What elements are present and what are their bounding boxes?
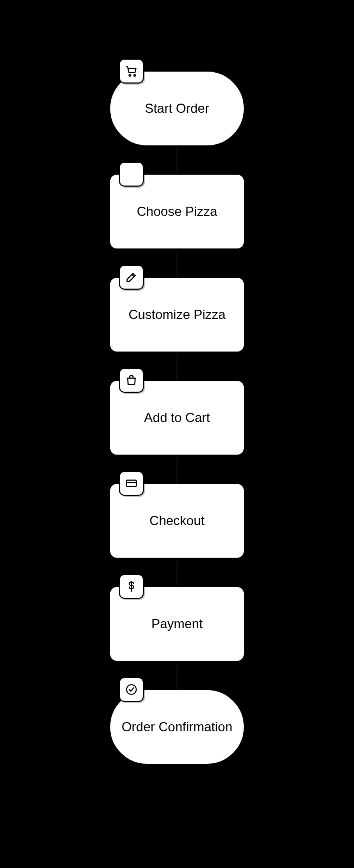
edit-icon (119, 265, 144, 290)
cart-icon (119, 59, 144, 84)
node-order-confirmation: Order Confirmation (109, 689, 245, 765)
node-choose-pizza: Choose Pizza (109, 174, 245, 250)
node-label: Start Order (145, 100, 210, 117)
flowchart-canvas: Start Order Choose Pizza Customize Pizza… (0, 0, 354, 868)
node-label: Payment (151, 616, 203, 632)
node-checkout: Checkout (109, 483, 245, 559)
node-label: Add to Cart (144, 410, 210, 426)
node-label: Checkout (149, 513, 204, 529)
shopping-bag-icon (119, 368, 144, 393)
node-add-to-cart: Add to Cart (109, 380, 245, 456)
dollar-icon (119, 574, 144, 599)
svg-rect-2 (127, 480, 136, 487)
svg-point-3 (127, 685, 136, 694)
credit-card-icon (119, 471, 144, 496)
node-payment: Payment (109, 586, 245, 662)
node-label: Customize Pizza (129, 307, 226, 323)
svg-point-0 (129, 75, 131, 76)
blank-icon (119, 162, 144, 187)
node-label: Order Confirmation (122, 719, 232, 735)
node-label: Choose Pizza (137, 203, 217, 220)
svg-point-1 (134, 75, 136, 76)
node-start-order: Start Order (109, 71, 245, 146)
node-customize-pizza: Customize Pizza (109, 277, 245, 353)
check-circle-icon (119, 677, 144, 702)
